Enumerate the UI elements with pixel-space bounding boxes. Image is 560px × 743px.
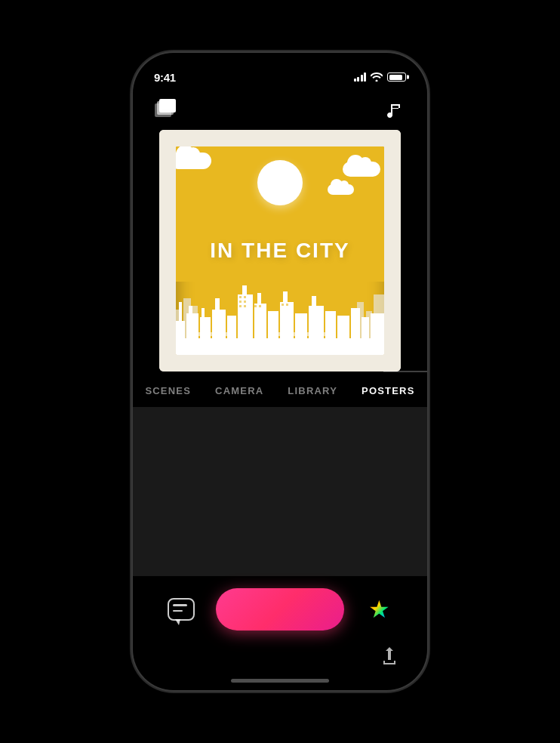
svg-rect-27 xyxy=(312,296,316,310)
svg-rect-44 xyxy=(282,304,284,306)
svg-rect-33 xyxy=(176,338,384,355)
wifi-icon xyxy=(371,72,383,82)
cloud-1 xyxy=(176,153,211,169)
music-button[interactable] xyxy=(382,97,409,124)
sun xyxy=(257,160,303,205)
signal-icon xyxy=(354,72,367,82)
share-button[interactable] xyxy=(376,643,403,670)
svg-rect-16 xyxy=(215,298,220,313)
svg-rect-36 xyxy=(239,296,242,298)
layers-icon xyxy=(153,99,176,122)
svg-rect-21 xyxy=(257,293,261,307)
annotation-indicator xyxy=(383,372,427,372)
status-icons xyxy=(354,72,407,82)
content-area xyxy=(133,407,427,576)
svg-rect-35 xyxy=(274,332,334,336)
music-icon xyxy=(385,100,406,121)
nav-tabs: SCENES CAMERA LIBRARY POSTERS xyxy=(133,372,427,407)
home-indicator xyxy=(133,679,427,690)
svg-rect-42 xyxy=(254,305,257,307)
svg-rect-39 xyxy=(244,301,246,303)
bottom-controls: ★ xyxy=(133,576,427,643)
favorites-button[interactable]: ★ xyxy=(361,591,397,627)
svg-rect-2 xyxy=(159,99,176,113)
notch xyxy=(235,53,325,77)
svg-rect-43 xyxy=(259,305,261,307)
tab-library[interactable]: LIBRARY xyxy=(286,382,339,399)
poster-area: IN THE CITY xyxy=(133,130,427,372)
svg-rect-45 xyxy=(286,304,288,306)
phone-frame: 9:41 xyxy=(133,53,427,690)
svg-rect-14 xyxy=(202,308,205,322)
svg-rect-12 xyxy=(189,306,192,321)
tab-posters[interactable]: POSTERS xyxy=(360,382,417,399)
svg-rect-41 xyxy=(244,305,246,307)
svg-rect-34 xyxy=(191,332,236,336)
poster-title: IN THE CITY xyxy=(210,239,349,263)
home-bar xyxy=(231,679,329,683)
cloud-2 xyxy=(343,162,380,177)
status-time: 9:41 xyxy=(154,71,176,84)
city-skyline xyxy=(176,257,384,355)
battery-icon xyxy=(387,72,406,82)
star-icon: ★ xyxy=(368,595,390,624)
speech-line-1 xyxy=(173,604,187,606)
record-button[interactable] xyxy=(216,588,344,630)
tab-camera[interactable]: CAMERA xyxy=(214,382,265,399)
speech-bubble-icon xyxy=(168,598,195,621)
svg-rect-40 xyxy=(239,305,242,307)
layers-button[interactable] xyxy=(151,97,178,124)
cloud-3 xyxy=(328,184,354,195)
caption-button[interactable] xyxy=(163,593,199,626)
svg-rect-10 xyxy=(179,302,182,325)
poster-scene: IN THE CITY xyxy=(159,130,401,372)
annotation-line xyxy=(383,372,427,372)
poster-card[interactable]: IN THE CITY xyxy=(159,130,401,372)
speech-line-2 xyxy=(173,610,183,612)
share-icon xyxy=(380,646,398,667)
poster-inner: IN THE CITY xyxy=(176,146,384,355)
top-toolbar xyxy=(133,91,427,130)
svg-rect-38 xyxy=(239,301,242,303)
svg-rect-37 xyxy=(244,296,246,298)
share-row xyxy=(133,643,427,679)
tab-scenes[interactable]: SCENES xyxy=(143,382,192,399)
